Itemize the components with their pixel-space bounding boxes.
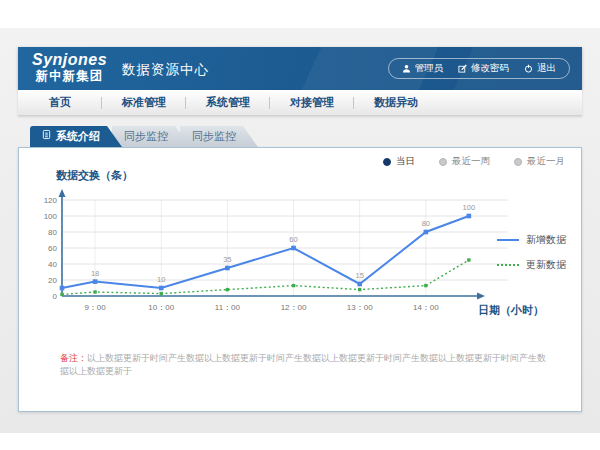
svg-text:15: 15 xyxy=(356,271,364,280)
chart-legend: 新增数据 更新数据 xyxy=(497,233,566,272)
dotted-line-swatch-icon xyxy=(497,264,519,266)
tab-system-intro[interactable]: 系统介绍 xyxy=(30,126,122,147)
svg-text:80: 80 xyxy=(422,219,430,228)
brand-logo: Synjones 新中新集团 xyxy=(32,51,107,84)
svg-text:13：00: 13：00 xyxy=(347,303,373,312)
legend-new-data-label: 新增数据 xyxy=(526,233,566,247)
svg-text:14：00: 14：00 xyxy=(413,303,439,312)
legend-item-new-data: 新增数据 xyxy=(497,233,566,247)
svg-text:100: 100 xyxy=(44,212,58,221)
main-nav: 首页 标准管理 系统管理 对接管理 数据异动 xyxy=(18,90,582,116)
power-icon xyxy=(524,64,533,73)
brand-logo-cn: 新中新集团 xyxy=(32,69,107,83)
radio-last-month[interactable]: 最近一月 xyxy=(514,155,565,168)
radio-today[interactable]: 当日 xyxy=(383,155,415,168)
user-menu: 管理员 修改密码 退出 xyxy=(388,58,571,79)
radio-today-label: 当日 xyxy=(396,155,415,168)
change-password-label: 修改密码 xyxy=(471,62,509,75)
line-chart: 0204060801001209：0010：0011：0012：0013：001… xyxy=(24,182,544,332)
y-axis-title: 数据交换（条） xyxy=(56,168,133,183)
svg-text:120: 120 xyxy=(44,196,58,205)
footnote: 备注：以上数据更新于时间产生数据以上数据更新于时间产生数据以上数据更新于时间产生… xyxy=(60,352,552,377)
svg-text:9：00: 9：00 xyxy=(84,303,106,312)
radio-unselected-icon xyxy=(514,158,522,166)
legend-update-data-label: 更新数据 xyxy=(526,258,566,272)
x-axis-title: 日期（小时） xyxy=(478,303,544,318)
nav-item-system-mgmt[interactable]: 系统管理 xyxy=(186,95,270,110)
nav-item-docking-mgmt[interactable]: 对接管理 xyxy=(270,95,354,110)
document-icon xyxy=(42,126,51,147)
radio-unselected-icon xyxy=(439,158,447,166)
page: Synjones 新中新集团 数据资源中心 管理员 修改密码 退出 xyxy=(0,0,600,450)
radio-last-week[interactable]: 最近一周 xyxy=(439,155,490,168)
svg-text:18: 18 xyxy=(91,269,99,278)
svg-text:100: 100 xyxy=(463,203,476,212)
radio-selected-icon xyxy=(383,158,391,166)
footnote-text: 以上数据更新于时间产生数据以上数据更新于时间产生数据以上数据更新于时间产生数据以… xyxy=(60,353,546,376)
tab-sync-monitor-1[interactable]: 同步监控 xyxy=(112,126,190,147)
svg-text:80: 80 xyxy=(48,228,57,237)
tab-sync-monitor-2[interactable]: 同步监控 xyxy=(180,126,258,147)
page-title: 数据资源中心 xyxy=(122,61,209,79)
logout-button[interactable]: 退出 xyxy=(524,62,556,75)
change-password-button[interactable]: 修改密码 xyxy=(458,62,509,75)
time-range-filter: 当日 最近一周 最近一月 xyxy=(383,155,565,168)
user-menu-admin[interactable]: 管理员 xyxy=(402,62,444,75)
radio-last-week-label: 最近一周 xyxy=(452,155,490,168)
line-chart-svg: 0204060801001209：0010：0011：0012：0013：001… xyxy=(24,182,544,332)
svg-text:60: 60 xyxy=(289,235,297,244)
footnote-prefix: 备注： xyxy=(60,353,87,363)
svg-text:11：00: 11：00 xyxy=(215,303,241,312)
tab-system-intro-label: 系统介绍 xyxy=(56,126,100,147)
user-icon xyxy=(402,64,411,73)
brand-logo-text: Synjones xyxy=(32,51,107,69)
svg-text:60: 60 xyxy=(48,244,57,253)
nav-item-data-change[interactable]: 数据异动 xyxy=(354,95,438,110)
radio-last-month-label: 最近一月 xyxy=(527,155,565,168)
svg-text:40: 40 xyxy=(48,260,57,269)
nav-item-standard-mgmt[interactable]: 标准管理 xyxy=(102,95,186,110)
svg-text:10：00: 10：00 xyxy=(148,303,174,312)
logout-label: 退出 xyxy=(537,62,556,75)
svg-text:0: 0 xyxy=(53,292,58,301)
svg-text:35: 35 xyxy=(223,255,231,264)
nav-item-home[interactable]: 首页 xyxy=(18,95,102,110)
legend-item-update-data: 更新数据 xyxy=(497,258,566,272)
svg-text:20: 20 xyxy=(48,276,57,285)
svg-text:12：00: 12：00 xyxy=(281,303,307,312)
edit-icon xyxy=(458,64,467,73)
tab-bar: 系统介绍 同步监控 同步监控 xyxy=(30,126,258,147)
app-header: Synjones 新中新集团 数据资源中心 管理员 修改密码 退出 xyxy=(18,47,582,90)
solid-line-swatch-icon xyxy=(497,239,519,241)
svg-text:10: 10 xyxy=(157,275,165,284)
user-menu-admin-label: 管理员 xyxy=(415,62,444,75)
